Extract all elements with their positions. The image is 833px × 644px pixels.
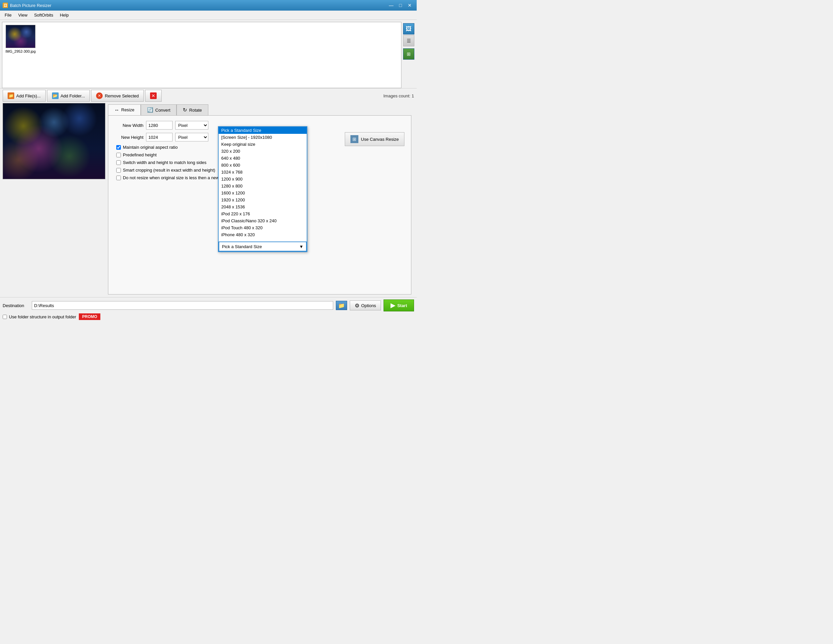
main-window: IMG_2952-300.jpg 🖼 ☰ ⊞ 📁 Add File(s)... …: [0, 20, 416, 322]
image-preview: [3, 103, 105, 179]
tab-rotate-label: Rotate: [189, 108, 202, 113]
window-controls: — □ ✕: [387, 2, 414, 9]
tab-rotate[interactable]: ↻ Rotate: [177, 105, 208, 115]
start-button[interactable]: ▶ Start: [384, 299, 414, 311]
preview-image: [3, 103, 105, 179]
sidebar-image-view[interactable]: 🖼: [403, 23, 414, 34]
dropdown-item-14[interactable]: iPhone 480 x 320: [219, 231, 307, 238]
dropdown-item-11[interactable]: iPod 220 x 176: [219, 210, 307, 217]
no-resize-checkbox[interactable]: [116, 175, 121, 180]
dropdown-item-0[interactable]: [Screen Size] - 1920x1080: [219, 134, 307, 141]
add-folder-label: Add Folder...: [61, 93, 85, 98]
tab-convert[interactable]: 🔄 Convert: [141, 105, 177, 115]
tab-convert-label: Convert: [155, 108, 170, 113]
dropdown-item-4[interactable]: 800 x 600: [219, 162, 307, 169]
resize-icon: ↔: [114, 107, 119, 113]
menu-file[interactable]: File: [1, 11, 15, 19]
images-count: Images count: 1: [384, 93, 414, 98]
toolbar: 📁 Add File(s)... 📂 Add Folder... ✕ Remov…: [0, 88, 416, 103]
add-files-button[interactable]: 📁 Add File(s)...: [3, 90, 46, 102]
minimize-button[interactable]: —: [387, 2, 396, 9]
dropdown-item-6[interactable]: 1200 x 900: [219, 175, 307, 182]
pick-size-bottom-select[interactable]: Pick a Standard Size ▼: [219, 242, 307, 251]
dropdown-item-1[interactable]: Keep original size: [219, 141, 307, 148]
new-width-input[interactable]: [146, 121, 172, 130]
add-folder-button[interactable]: 📂 Add Folder...: [47, 90, 90, 102]
maximize-button[interactable]: □: [396, 2, 405, 9]
menu-softorbits[interactable]: SoftOrbits: [31, 11, 56, 19]
new-height-label: New Height: [114, 135, 143, 140]
pick-size-chevron: ▼: [299, 244, 303, 249]
right-sidebar: 🖼 ☰ ⊞: [403, 22, 415, 60]
smart-crop-checkbox[interactable]: [116, 168, 121, 172]
menu-help[interactable]: Help: [56, 11, 72, 19]
dropdown-item-15[interactable]: Sony PSP 480 x 272: [219, 238, 307, 240]
dropdown-item-12[interactable]: iPod Classic/Nano 320 x 240: [219, 217, 307, 224]
menu-view[interactable]: View: [15, 11, 31, 19]
promo-badge: PROMO: [79, 313, 100, 320]
file-name: IMG_2952-300.jpg: [5, 49, 35, 53]
options-label: Options: [361, 303, 376, 308]
title-bar: 🖼 Batch Picture Resizer — □ ✕: [0, 0, 416, 11]
start-icon: ▶: [391, 302, 395, 309]
bottom-row: Use folder structure in output folder PR…: [3, 313, 414, 320]
destination-label: Destination: [3, 303, 29, 308]
standard-size-dropdown[interactable]: Pick a Standard Size [Screen Size] - 192…: [218, 126, 307, 252]
sidebar-list-view[interactable]: ☰: [403, 35, 414, 47]
canvas-resize-label: Use Canvas Resize: [361, 137, 399, 142]
canvas-resize-button[interactable]: ⊞ Use Canvas Resize: [345, 132, 404, 146]
tab-resize-label: Resize: [121, 107, 135, 112]
folder-checkbox-row: Use folder structure in output folder: [3, 314, 76, 319]
destination-row: Destination 📁 ⚙ Options ▶ Start: [3, 299, 414, 311]
close-button[interactable]: ✕: [405, 2, 414, 9]
width-unit-select[interactable]: Pixel Percent Inch Cm: [175, 121, 208, 130]
pick-size-bottom-label: Pick a Standard Size: [222, 244, 262, 249]
file-list-panel: IMG_2952-300.jpg: [2, 22, 401, 88]
no-resize-label: Do not resize when original size is less…: [123, 175, 228, 180]
remove-selected-label: Remove Selected: [105, 93, 139, 98]
tabs: ↔ Resize 🔄 Convert ↻ Rotate: [108, 105, 412, 115]
thumbnail-image: [6, 25, 35, 48]
dropdown-list: Pick a Standard Size [Screen Size] - 192…: [219, 127, 307, 240]
sidebar-grid-view[interactable]: ⊞: [403, 48, 414, 60]
file-item[interactable]: IMG_2952-300.jpg: [2, 22, 39, 56]
dropdown-item-13[interactable]: iPod Touch 480 x 320: [219, 224, 307, 231]
folder-structure-checkbox[interactable]: [3, 315, 7, 319]
rotate-icon: ↻: [183, 107, 187, 113]
dropdown-item-9[interactable]: 1920 x 1200: [219, 196, 307, 203]
start-label: Start: [397, 303, 407, 308]
predefined-height-checkbox[interactable]: [116, 153, 121, 157]
gear-icon: ⚙: [355, 303, 359, 309]
convert-icon: 🔄: [147, 107, 153, 113]
switch-wh-checkbox[interactable]: [116, 160, 121, 165]
clear-all-button[interactable]: ✕: [145, 90, 162, 102]
dropdown-item-8[interactable]: 1600 x 1200: [219, 190, 307, 196]
new-height-input[interactable]: [146, 133, 172, 142]
new-width-label: New Width: [114, 123, 143, 128]
dropdown-item-7[interactable]: 1280 x 800: [219, 182, 307, 190]
dropdown-item-10[interactable]: 2048 x 1536: [219, 203, 307, 210]
predefined-height-label: Predefined height: [123, 152, 157, 157]
switch-wh-label: Switch width and height to match long si…: [123, 160, 206, 165]
dropdown-item-3[interactable]: 640 x 480: [219, 155, 307, 162]
height-unit-select[interactable]: Pixel Percent Inch Cm: [175, 133, 208, 142]
bottom-area: Destination 📁 ⚙ Options ▶ Start Use fold…: [0, 297, 416, 322]
maintain-aspect-label: Maintain original aspect ratio: [123, 145, 177, 150]
dropdown-item-header[interactable]: Pick a Standard Size: [219, 127, 307, 134]
dropdown-item-5[interactable]: 1024 x 768: [219, 169, 307, 175]
canvas-resize-icon: ⊞: [351, 135, 359, 143]
dropdown-item-2[interactable]: 320 x 200: [219, 148, 307, 155]
destination-input[interactable]: [32, 301, 333, 310]
dropdown-header-label: Pick a Standard Size: [221, 128, 261, 133]
options-button[interactable]: ⚙ Options: [350, 301, 381, 311]
lower-content: ↔ Resize 🔄 Convert ↻ Rotate New Width: [0, 103, 416, 297]
destination-browse-button[interactable]: 📁: [336, 301, 347, 310]
tab-resize[interactable]: ↔ Resize: [108, 105, 141, 115]
folder-structure-label: Use folder structure in output folder: [9, 314, 76, 319]
add-files-label: Add File(s)...: [16, 93, 41, 98]
maintain-aspect-checkbox[interactable]: [116, 145, 121, 150]
file-thumbnail: [6, 25, 35, 48]
folder-icon: 📁: [338, 303, 345, 309]
remove-selected-button[interactable]: ✕ Remove Selected: [91, 90, 144, 102]
menu-bar: File View SoftOrbits Help: [0, 11, 416, 20]
